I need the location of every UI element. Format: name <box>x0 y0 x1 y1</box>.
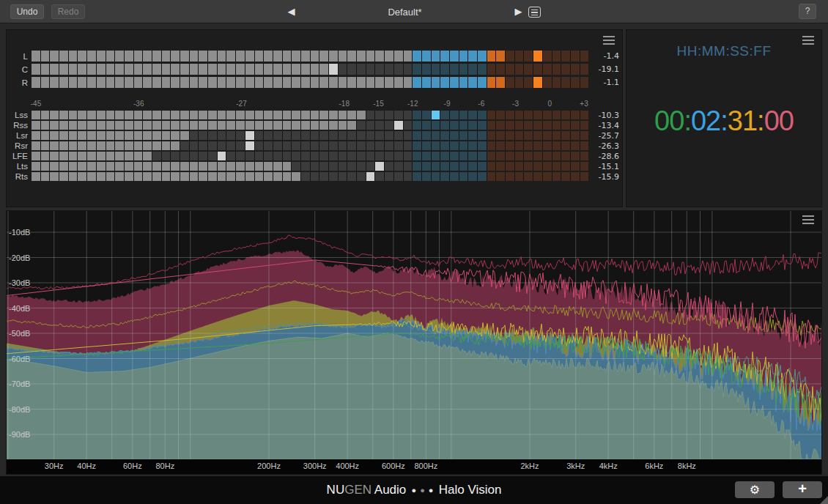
meter-segment <box>41 141 50 150</box>
meter-channel-label: LFE <box>11 152 32 160</box>
preset-list-icon[interactable] <box>528 7 541 18</box>
meter-segment <box>311 77 319 88</box>
meter-segment <box>571 172 580 181</box>
meter-segment <box>78 152 86 160</box>
meter-segment <box>552 51 561 62</box>
meter-segment <box>478 131 487 140</box>
brand-logo: NUGEN Audio ●●● Halo Vision <box>0 476 828 504</box>
meter-segment <box>339 152 347 160</box>
meter-segment <box>134 141 143 150</box>
meter-segment <box>422 121 431 130</box>
meter-segment <box>487 172 496 181</box>
brand-text: GEN <box>344 483 372 497</box>
meter-segment <box>496 141 505 150</box>
meter-segment <box>152 111 161 119</box>
preset-name[interactable]: Default* <box>295 7 515 18</box>
meter-segment <box>404 111 413 119</box>
meter-segment <box>571 162 580 171</box>
meter-segment <box>487 77 496 88</box>
meter-segment <box>134 131 143 140</box>
meter-segment <box>311 131 319 140</box>
meter-segment <box>311 162 319 171</box>
preset-prev-icon[interactable]: ◀ <box>288 0 295 23</box>
timecode-colon: : <box>684 105 691 136</box>
meter-segment <box>339 77 347 88</box>
window-resize-grip[interactable] <box>820 496 828 504</box>
meter-segment <box>97 152 106 160</box>
meter-segment <box>413 77 421 88</box>
meter-segment <box>255 111 264 119</box>
meter-scale-tick: -45 <box>31 100 41 108</box>
meter-segment <box>32 152 40 160</box>
meter-segment <box>180 131 189 140</box>
meter-segment <box>245 131 254 140</box>
meter-segment <box>496 162 505 171</box>
meter-segment <box>347 162 356 171</box>
meter-segment <box>366 162 375 171</box>
meter-segment <box>357 141 366 150</box>
meter-segment <box>319 152 328 160</box>
meter-segment <box>478 77 487 88</box>
meter-segment <box>375 152 384 160</box>
meter-segment <box>580 77 589 88</box>
gear-icon: ⚙ <box>750 483 760 496</box>
meter-segment <box>329 141 338 150</box>
meter-segment <box>106 121 115 130</box>
meter-segment <box>134 77 143 88</box>
meter-segment <box>413 162 421 171</box>
meter-segment <box>245 64 254 75</box>
meter-segment <box>50 121 59 130</box>
meter-row-lts: Lts-15.1 <box>7 162 622 171</box>
meter-segment <box>319 77 328 88</box>
timecode-display: 00:02:31:00 <box>626 105 821 137</box>
meter-segment <box>366 141 375 150</box>
meter-segment <box>487 141 496 150</box>
add-module-button[interactable]: + <box>783 481 822 498</box>
meter-segment <box>208 172 217 181</box>
meter-segment <box>506 141 514 150</box>
db-tick-label: -20dB <box>9 253 30 262</box>
meter-segment <box>506 152 514 160</box>
meter-channel-label: Rts <box>11 172 32 181</box>
meter-segment <box>329 121 338 130</box>
meter-segment <box>69 172 78 181</box>
meter-segment <box>440 162 449 171</box>
meter-value: -25.7 <box>588 131 619 141</box>
meter-segment <box>106 172 115 181</box>
preset-next-icon[interactable]: ▶ <box>515 0 522 23</box>
meter-segment <box>571 121 580 130</box>
meter-segment <box>190 111 199 119</box>
meter-segment <box>524 121 533 130</box>
meter-segment <box>580 172 589 181</box>
meter-segment <box>366 77 375 88</box>
settings-button[interactable]: ⚙ <box>735 481 775 498</box>
db-tick-label: -90dB <box>9 430 30 439</box>
meter-segment <box>524 141 533 150</box>
meter-segment <box>385 162 393 171</box>
meter-segment <box>50 162 59 171</box>
meter-segment <box>432 152 440 160</box>
meter-segment <box>41 131 50 140</box>
meter-segment <box>69 51 78 62</box>
meter-segment <box>413 51 421 62</box>
meter-segment <box>301 152 310 160</box>
meter-segment <box>180 111 189 119</box>
meter-segment <box>432 162 440 171</box>
meter-segment <box>59 141 68 150</box>
footer-bar: NUGEN Audio ●●● Halo Vision ⚙ + <box>0 476 828 504</box>
meter-segment <box>339 141 347 150</box>
meter-channel-label: L <box>11 52 32 61</box>
meter-segment <box>226 111 235 119</box>
meter-value: -26.3 <box>588 141 619 151</box>
meter-segment <box>580 131 589 140</box>
meter-segment <box>171 152 180 160</box>
meter-segment <box>468 121 477 130</box>
meter-segment <box>50 111 59 119</box>
meter-segment <box>115 141 124 150</box>
meter-segment <box>357 121 366 130</box>
help-button[interactable]: ? <box>799 4 816 19</box>
meter-panel-menu-icon[interactable] <box>603 36 615 45</box>
spectrum-panel-menu-icon[interactable] <box>802 215 814 224</box>
meter-segment <box>319 162 328 171</box>
meter-segment <box>440 152 449 160</box>
